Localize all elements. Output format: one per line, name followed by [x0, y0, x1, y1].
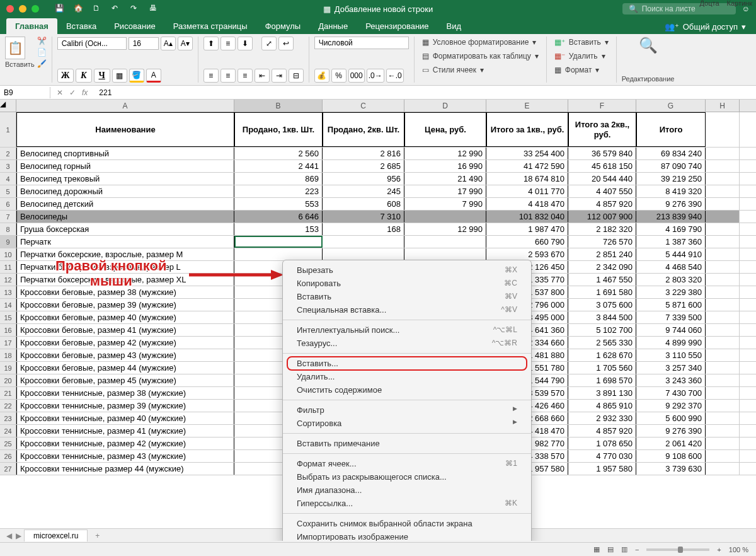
indent-decrease-icon[interactable]: ⇤: [255, 69, 270, 83]
wrap-text-icon[interactable]: ↩: [278, 37, 294, 50]
row-header[interactable]: 14: [0, 299, 16, 311]
cell[interactable]: 21 490: [404, 173, 486, 185]
align-middle-icon[interactable]: ≡: [220, 37, 236, 50]
cell[interactable]: Груша боксерская: [16, 223, 234, 235]
cell[interactable]: 3 075 600: [568, 299, 636, 311]
row-header[interactable]: 3: [0, 160, 16, 172]
window-controls[interactable]: [6, 5, 39, 13]
cell[interactable]: [706, 274, 740, 286]
cell[interactable]: Велосипед трековый: [16, 173, 234, 185]
zoom-level[interactable]: 100 %: [729, 546, 748, 553]
view-layout-icon[interactable]: ▤: [607, 545, 614, 553]
cell[interactable]: [706, 425, 740, 437]
row-header[interactable]: 15: [0, 311, 16, 323]
cell[interactable]: [706, 160, 740, 172]
cell[interactable]: Кроссовки беговые, размер 43 (мужские): [16, 349, 234, 361]
row-header[interactable]: 10: [0, 248, 16, 260]
maximize-icon[interactable]: [32, 5, 39, 13]
cell[interactable]: 2 560: [234, 148, 323, 159]
cell[interactable]: [706, 362, 740, 374]
font-select[interactable]: Calibri (Осн...: [57, 37, 127, 50]
row-header[interactable]: 4: [0, 173, 16, 185]
cell[interactable]: 9 108 600: [636, 450, 706, 462]
cell[interactable]: [706, 450, 740, 462]
cell[interactable]: 7 310: [323, 211, 404, 223]
cell[interactable]: 2 061 420: [636, 437, 706, 449]
tab-data[interactable]: Данные: [309, 18, 357, 34]
cell[interactable]: 7 990: [404, 198, 486, 210]
row-header[interactable]: 2: [0, 148, 16, 159]
menu-item[interactable]: Фильтр: [283, 403, 531, 417]
align-right-icon[interactable]: ≡: [238, 69, 253, 83]
col-header[interactable]: C: [323, 100, 404, 112]
cell[interactable]: 9 744 060: [636, 324, 706, 336]
row-header[interactable]: 12: [0, 274, 16, 286]
table-row[interactable]: 8Груша боксерская15316812 9901 987 4702 …: [0, 223, 756, 236]
minimize-icon[interactable]: [19, 5, 26, 13]
add-sheet-icon[interactable]: +: [90, 531, 105, 540]
cell[interactable]: 4 857 920: [568, 198, 636, 210]
zoom-in-icon[interactable]: +: [717, 546, 721, 553]
cell[interactable]: Кроссовки беговые, размер 42 (мужские): [16, 337, 234, 349]
menu-item[interactable]: Гиперссылка...⌘K: [283, 497, 531, 510]
share-button[interactable]: 👥⁺ Общий доступ ▾: [655, 20, 756, 34]
cell[interactable]: 1 987 470: [486, 223, 568, 235]
menu-item[interactable]: Вставить...: [287, 356, 527, 371]
cell[interactable]: Кроссовки теннисные, размер 39 (мужские): [16, 400, 234, 412]
table-header[interactable]: Наименование: [16, 112, 234, 147]
row-header[interactable]: 17: [0, 337, 16, 349]
fill-color-button[interactable]: 🪣: [129, 69, 144, 83]
cell[interactable]: [706, 412, 740, 424]
cell[interactable]: Кроссовки теннисные размер 44 (мужские): [16, 463, 234, 475]
table-row[interactable]: 2Велосипед спортивный2 5602 81612 99033 …: [0, 148, 756, 160]
cell[interactable]: 112 007 900: [568, 211, 636, 223]
cell[interactable]: 8 419 320: [636, 185, 706, 197]
cell[interactable]: 5 102 700: [568, 324, 636, 336]
cell[interactable]: 4 899 990: [636, 337, 706, 349]
menu-item[interactable]: Тезаурус...^⌥⌘R: [283, 337, 531, 350]
cell[interactable]: 33 254 400: [486, 148, 568, 159]
cell[interactable]: Кроссовки теннисные, размер 40 (мужские): [16, 412, 234, 424]
cell[interactable]: [706, 463, 740, 475]
cell[interactable]: 41 472 590: [486, 160, 568, 172]
cell[interactable]: 9 292 370: [636, 400, 706, 412]
cell[interactable]: Кроссовки теннисные, размер 42 (мужские): [16, 437, 234, 449]
prev-sheet-icon[interactable]: ◀: [6, 531, 12, 540]
sheet-tab[interactable]: microexcel.ru: [24, 530, 88, 542]
comma-icon[interactable]: 000: [348, 69, 365, 83]
decrease-font-icon[interactable]: A▾: [178, 37, 193, 50]
cell[interactable]: 4 468 540: [636, 261, 706, 273]
cell[interactable]: [706, 248, 740, 260]
menu-item[interactable]: Формат ячеек...⌘1: [283, 457, 531, 470]
cell[interactable]: [706, 337, 740, 349]
copy-icon[interactable]: 📄: [37, 48, 47, 57]
table-row[interactable]: 5Велосипед дорожный22324517 9904 011 770…: [0, 185, 756, 198]
zoom-slider[interactable]: [646, 548, 709, 551]
cell[interactable]: 245: [323, 185, 404, 197]
cell[interactable]: 553: [234, 198, 323, 210]
currency-icon[interactable]: 💰: [314, 69, 329, 83]
col-header[interactable]: A: [16, 100, 234, 112]
cell[interactable]: 9 276 390: [636, 425, 706, 437]
next-sheet-icon[interactable]: ▶: [16, 531, 21, 540]
decrease-decimal-icon[interactable]: ←.0: [386, 69, 404, 83]
menu-item[interactable]: Вставить примечание: [283, 437, 531, 450]
table-header[interactable]: Продано, 2кв. Шт.: [323, 112, 404, 147]
print-icon[interactable]: 🖶: [149, 4, 159, 14]
font-size-select[interactable]: 16: [129, 37, 159, 50]
cell[interactable]: 5 444 910: [636, 248, 706, 260]
cell[interactable]: 9 276 390: [636, 198, 706, 210]
cell[interactable]: 7 339 500: [636, 311, 706, 323]
cell[interactable]: [706, 400, 740, 412]
col-header[interactable]: H: [706, 100, 740, 112]
cell[interactable]: Велосипед спортивный: [16, 148, 234, 159]
cell[interactable]: 2 816: [323, 148, 404, 159]
menu-item[interactable]: Копировать⌘C: [283, 277, 531, 290]
cell[interactable]: [706, 349, 740, 361]
redo-icon[interactable]: ↷: [130, 4, 140, 14]
cell[interactable]: [706, 261, 740, 273]
table-row[interactable]: 7Велосипеды6 6467 310101 832 040112 007 …: [0, 211, 756, 223]
menu-item[interactable]: Вырезать⌘X: [283, 264, 531, 277]
col-header[interactable]: E: [486, 100, 568, 112]
cell[interactable]: 3 229 380: [636, 286, 706, 298]
